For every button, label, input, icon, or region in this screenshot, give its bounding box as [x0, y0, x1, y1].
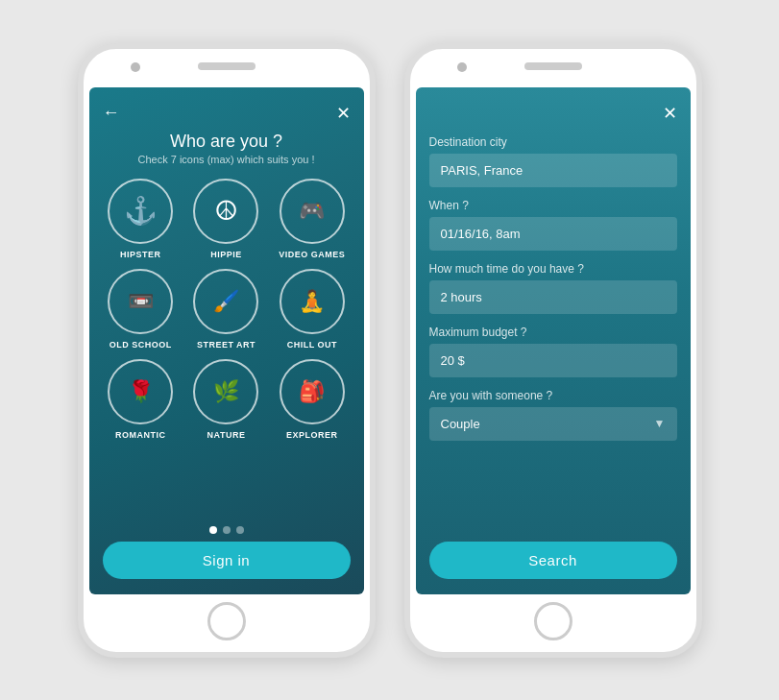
right-header: ✕ — [429, 103, 677, 124]
chill-out-label: CHILL OUT — [287, 340, 337, 350]
destination-group: Destination city — [429, 135, 677, 187]
dot-1 — [209, 526, 217, 534]
time-input[interactable] — [429, 280, 677, 314]
hipster-item[interactable]: ⚓ HIPSTER — [103, 179, 179, 259]
video-games-label: VIDEO GAMES — [279, 250, 345, 259]
hipster-label: HIPSTER — [120, 250, 161, 259]
companion-label: Are you with someone ? — [429, 389, 677, 402]
budget-label: Maximum budget ? — [429, 326, 677, 339]
video-games-icon: 🎮 — [280, 179, 345, 244]
right-close-button[interactable]: ✕ — [663, 103, 677, 124]
left-phone: ← ✕ Who are you ? Check 7 icons (max) wh… — [78, 43, 376, 658]
old-school-item[interactable]: 📼 OLD SCHOOL — [103, 269, 179, 350]
nature-icon: 🌿 — [193, 359, 258, 424]
when-group: When ? — [429, 199, 677, 251]
camera — [131, 62, 140, 72]
hippie-label: HIPPIE — [210, 250, 242, 259]
when-input[interactable] — [429, 217, 677, 251]
sign-in-button[interactable]: Sign in — [103, 542, 351, 579]
time-label: How much time do you have ? — [429, 262, 677, 276]
home-button[interactable] — [207, 602, 246, 640]
budget-input[interactable] — [429, 344, 677, 377]
dot-2 — [223, 526, 231, 534]
companion-select-wrapper: Alone Couple Friends Family ▼ — [429, 407, 677, 441]
companion-select[interactable]: Alone Couple Friends Family — [429, 407, 677, 441]
explorer-icon: 🎒 — [280, 359, 345, 424]
chill-out-icon: 🧘 — [280, 269, 345, 334]
romantic-label: ROMANTIC — [115, 430, 166, 440]
explorer-label: EXPLORER — [286, 430, 338, 440]
speaker — [526, 64, 579, 70]
hipster-icon: ⚓ — [108, 179, 173, 244]
romantic-icon: 🌹 — [108, 359, 173, 424]
hippie-item[interactable]: ☮ HIPPIE — [188, 179, 264, 259]
nature-item[interactable]: 🌿 NATURE — [188, 359, 264, 440]
back-button[interactable]: ← — [103, 103, 120, 123]
right-phone: ✕ Destination city When ? How much time … — [404, 43, 702, 658]
dot-3 — [236, 526, 244, 534]
page-title: Who are you ? — [103, 132, 351, 152]
nature-label: NATURE — [207, 430, 246, 440]
when-label: When ? — [429, 199, 677, 212]
video-games-item[interactable]: 🎮 VIDEO GAMES — [274, 179, 350, 259]
street-art-item[interactable]: 🖌️ STREET ART — [188, 269, 264, 350]
search-button[interactable]: Search — [429, 542, 677, 579]
budget-group: Maximum budget ? — [429, 326, 677, 377]
home-button[interactable] — [534, 602, 572, 640]
page-subtitle: Check 7 icons (max) which suits you ! — [103, 154, 351, 165]
left-header: ← ✕ — [103, 103, 351, 124]
icons-grid: ⚓ HIPSTER ☮ HIPPIE 🎮 VIDEO GAMES 📼 OLD S… — [103, 179, 351, 517]
time-group: How much time do you have ? — [429, 262, 677, 314]
street-art-icon: 🖌️ — [193, 269, 258, 334]
close-button[interactable]: ✕ — [336, 103, 351, 124]
page-dots — [103, 526, 351, 534]
camera — [457, 62, 467, 72]
explorer-item[interactable]: 🎒 EXPLORER — [274, 359, 350, 440]
street-art-label: STREET ART — [197, 340, 256, 350]
destination-label: Destination city — [429, 135, 677, 149]
left-screen: ← ✕ Who are you ? Check 7 icons (max) wh… — [89, 87, 364, 594]
speaker — [200, 64, 253, 70]
chill-out-item[interactable]: 🧘 CHILL OUT — [274, 269, 350, 350]
companion-group: Are you with someone ? Alone Couple Frie… — [429, 389, 677, 441]
destination-input[interactable] — [429, 154, 677, 187]
romantic-item[interactable]: 🌹 ROMANTIC — [103, 359, 179, 440]
right-screen: ✕ Destination city When ? How much time … — [416, 87, 691, 594]
hippie-icon: ☮ — [193, 179, 258, 244]
old-school-icon: 📼 — [108, 269, 173, 334]
old-school-label: OLD SCHOOL — [110, 340, 172, 350]
